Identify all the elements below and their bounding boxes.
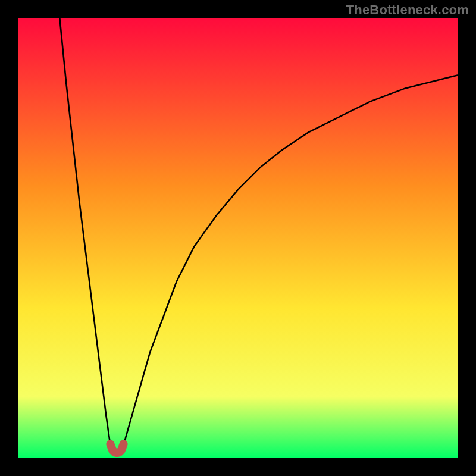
- plot-svg: [18, 18, 458, 458]
- chart-frame: TheBottleneck.com: [0, 0, 476, 476]
- watermark-text: TheBottleneck.com: [346, 2, 469, 18]
- plot-area: [18, 18, 458, 458]
